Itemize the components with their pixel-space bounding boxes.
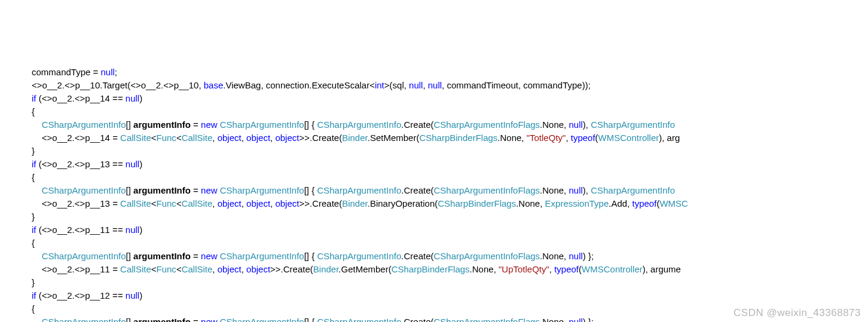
code-text: ), argume xyxy=(643,264,681,274)
code-text: [] { xyxy=(304,119,317,130)
code-text: < xyxy=(176,133,182,143)
keyword: typeof xyxy=(554,264,579,274)
code-text: ; xyxy=(115,67,117,77)
code-text: >>.Create( xyxy=(299,198,342,208)
keyword: object xyxy=(218,198,242,208)
type: CSharpArgumentInfo xyxy=(42,119,126,130)
keyword: null xyxy=(126,225,139,235)
code-text: .None, xyxy=(516,198,545,208)
type: CSharpArgumentInfo xyxy=(591,119,675,130)
code-text: >>.Create( xyxy=(270,264,313,274)
type: CSharpArgumentInfoFlags xyxy=(433,251,540,261)
keyword: object xyxy=(218,133,242,143)
code-text: < xyxy=(151,264,157,274)
code-text: [] xyxy=(126,185,134,195)
type: WMSC xyxy=(659,198,688,208)
code-text: , xyxy=(212,133,217,143)
code-line: } xyxy=(32,277,35,287)
keyword: base xyxy=(204,80,224,90)
brace: { xyxy=(32,172,35,182)
type: CSharpArgumentInfo xyxy=(42,185,126,195)
type: Func xyxy=(157,198,176,208)
code-text: , xyxy=(242,133,246,143)
code-line: } xyxy=(32,211,35,222)
brace: { xyxy=(32,106,35,116)
code-text: .SetMember( xyxy=(368,133,420,143)
type: Binder xyxy=(342,198,368,208)
brace: { xyxy=(32,238,35,248)
keyword: null xyxy=(126,93,139,103)
type: CSharpArgumentInfo xyxy=(220,185,304,195)
type: CSharpArgumentInfo xyxy=(317,251,401,261)
code-text: , xyxy=(242,264,246,274)
type: CSharpArgumentInfo xyxy=(317,185,401,195)
code-text: <>o__2.<>p__14 = xyxy=(42,133,120,143)
keyword: new xyxy=(201,251,218,261)
type: CallSite xyxy=(120,133,151,143)
type: CSharpBinderFlags xyxy=(419,133,497,143)
code-line: CSharpArgumentInfo[] argumentInfo = new … xyxy=(32,317,594,322)
code-text: [] { xyxy=(304,251,317,261)
code-line: { xyxy=(32,303,35,314)
code-text: .Add, xyxy=(609,198,632,208)
code-text: = xyxy=(191,185,201,195)
code-text: [] { xyxy=(304,185,317,195)
code-line: if (<>o__2.<>p__11 == null) xyxy=(32,225,142,235)
keyword: null xyxy=(126,159,139,169)
code-text: (<>o__2.<>p__14 == xyxy=(36,93,126,103)
code-text: = xyxy=(191,119,201,130)
code-text: < xyxy=(151,198,157,208)
code-text: ) xyxy=(139,93,142,103)
code-text: = xyxy=(191,251,201,261)
identifier: argumentInfo xyxy=(133,185,191,195)
keyword: if xyxy=(32,290,36,300)
code-text: < xyxy=(176,264,182,274)
code-text: .Create( xyxy=(401,317,433,322)
keyword: null xyxy=(100,67,114,77)
type: CallSite xyxy=(120,264,151,274)
code-text: ), xyxy=(583,119,591,130)
keyword: null xyxy=(569,317,582,322)
code-line: if (<>o__2.<>p__14 == null) xyxy=(32,93,142,103)
code-text: , xyxy=(549,264,554,274)
type: Binder xyxy=(313,264,339,274)
keyword: null xyxy=(569,119,582,130)
watermark-text: CSDN @weixin_43368873 xyxy=(733,306,861,320)
code-line: <>o__2.<>p__14 = CallSite<Func<CallSite,… xyxy=(32,133,680,143)
identifier: argumentInfo xyxy=(133,119,191,130)
type: ExpressionType xyxy=(545,198,609,208)
code-text: , xyxy=(566,133,570,143)
code-text: <>o__2.<>p__13 = xyxy=(42,198,120,208)
code-text: >>.Create( xyxy=(299,133,342,143)
code-line: { xyxy=(32,238,35,248)
keyword: typeof xyxy=(632,198,657,208)
identifier: argumentInfo xyxy=(133,251,191,261)
code-line: <>o__2.<>p__13 = CallSite<Func<CallSite,… xyxy=(32,198,688,208)
code-text: [] xyxy=(126,119,134,130)
type: CSharpArgumentInfo xyxy=(591,185,675,195)
code-text: ) xyxy=(139,159,142,169)
code-text: ) }; xyxy=(583,317,594,322)
code-text: ), arg xyxy=(659,133,680,143)
code-text: = xyxy=(191,317,201,322)
code-text: .GetMember( xyxy=(338,264,391,274)
code-text: (<>o__2.<>p__11 == xyxy=(36,225,126,235)
keyword: new xyxy=(201,119,218,130)
code-block: commandType = null; <>o__2.<>p__10.Targe… xyxy=(32,53,868,322)
type: CSharpArgumentInfo xyxy=(317,317,401,322)
keyword: null xyxy=(409,80,423,90)
code-text: .None, xyxy=(540,317,569,322)
code-text: < xyxy=(176,198,182,208)
brace: } xyxy=(32,146,35,156)
code-text: .Create( xyxy=(401,119,433,130)
type: Func xyxy=(157,264,176,274)
code-text: , xyxy=(242,198,246,208)
code-text: (<>o__2.<>p__12 == xyxy=(36,290,126,300)
code-text: .None, xyxy=(540,119,569,130)
keyword: int xyxy=(375,80,384,90)
brace: } xyxy=(32,277,35,287)
type: CallSite xyxy=(182,198,213,208)
code-text: >(sql, xyxy=(384,80,409,90)
type: Binder xyxy=(342,133,368,143)
code-line: CSharpArgumentInfo[] argumentInfo = new … xyxy=(32,251,594,261)
